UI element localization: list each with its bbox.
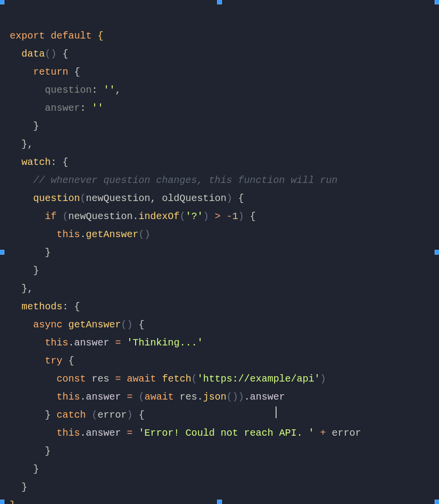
code-line: answer: '': [10, 102, 103, 114]
code-line: watch: {: [10, 157, 68, 168]
code-line: question: '',: [10, 84, 121, 96]
code-line: }: [10, 445, 51, 457]
code-line: return {: [10, 66, 80, 78]
code-line: },: [10, 283, 33, 294]
selection-handle[interactable]: [217, 0, 222, 4]
selection-handle[interactable]: [435, 0, 439, 4]
code-line: async getAnswer() {: [10, 319, 144, 330]
selection-handle[interactable]: [0, 500, 4, 504]
code-line: this.answer = 'Error! Could not reach AP…: [10, 427, 361, 439]
selection-handle[interactable]: [0, 0, 4, 4]
code-line: if (newQuestion.indexOf('?') > -1) {: [10, 211, 256, 222]
code-line: question(newQuestion, oldQuestion) {: [10, 193, 244, 204]
selection-handle[interactable]: [217, 500, 222, 504]
code-line: }: [10, 265, 39, 276]
code-line: this.getAnswer(): [10, 229, 150, 240]
code-editor[interactable]: export default { data() { return { quest…: [0, 0, 439, 504]
code-line: } catch (error) {: [10, 409, 144, 421]
code-line: }: [10, 464, 39, 475]
code-line: }: [10, 247, 51, 258]
code-line: }: [10, 482, 27, 493]
code-line: }: [10, 121, 39, 132]
selection-handle[interactable]: [435, 250, 439, 255]
selection-handle[interactable]: [435, 500, 439, 504]
code-line: this.answer = 'Thinking...': [10, 337, 203, 348]
code-line: export default {: [10, 30, 103, 41]
code-line: methods: {: [10, 301, 80, 312]
code-line: },: [10, 139, 33, 150]
code-line: this.answer = (await res.json()).answer: [10, 391, 285, 403]
code-line: data() {: [10, 48, 68, 60]
code-line: // whenever question changes, this funct…: [10, 175, 338, 186]
code-line: try {: [10, 355, 74, 366]
code-line: }: [10, 500, 16, 504]
code-line: const res = await fetch('https://example…: [10, 373, 326, 384]
selection-handle[interactable]: [0, 250, 4, 255]
text-cursor: [276, 406, 277, 418]
